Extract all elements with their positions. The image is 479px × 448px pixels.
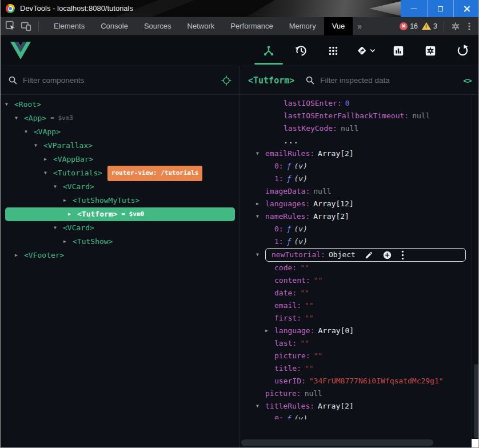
tree-caret-icon[interactable]: ▼ bbox=[34, 139, 43, 153]
tree-caret-icon[interactable]: ▶ bbox=[63, 194, 73, 207]
tree-row[interactable]: ▼ <VCard> bbox=[1, 221, 240, 235]
data-key: first bbox=[274, 312, 297, 325]
data-row[interactable]: code: "" bbox=[240, 262, 479, 274]
data-row[interactable]: 0: ƒ(v) bbox=[240, 413, 479, 419]
data-row[interactable]: userID: "34FrUM8777N6i0IWfqsatdMc29g1" bbox=[240, 375, 479, 387]
data-row[interactable]: lastIOSEnter: 0 bbox=[240, 97, 479, 110]
code-view-icon[interactable]: <> bbox=[463, 76, 472, 85]
edit-action[interactable] bbox=[365, 251, 373, 259]
data-row[interactable]: lastIOSEnterFallbackTimeout: null bbox=[240, 110, 479, 122]
data-row[interactable]: ▼ titleRules: Array[2] bbox=[240, 400, 479, 413]
more-tabs-icon[interactable]: » bbox=[353, 22, 366, 31]
data-row[interactable]: content: "" bbox=[240, 274, 479, 287]
tree-row[interactable]: ▼ <Root> bbox=[1, 98, 240, 111]
data-value: "" bbox=[314, 350, 323, 362]
tree-caret-icon[interactable]: ▼ bbox=[15, 111, 24, 125]
inspected-data-list: lastIOSEnter: 0 lastIOSEnterFallbackTime… bbox=[240, 95, 479, 419]
data-row[interactable]: ▼ emailRules: Array[2] bbox=[240, 147, 479, 160]
tab-memory[interactable]: Memory bbox=[281, 17, 324, 35]
tree-caret-icon[interactable]: ▼ bbox=[54, 180, 63, 194]
menu-action[interactable] bbox=[401, 250, 404, 260]
data-row[interactable]: ▶ language: Array[0] bbox=[240, 325, 479, 337]
component-tag: <VApp> bbox=[34, 125, 61, 139]
tree-row[interactable]: ▼ <VParallax> bbox=[1, 139, 240, 153]
tab-network[interactable]: Network bbox=[179, 17, 223, 35]
data-row[interactable]: 1: ƒ(v) bbox=[240, 173, 479, 185]
router-tab-button[interactable] bbox=[356, 35, 376, 66]
data-row[interactable]: title: "" bbox=[240, 362, 479, 375]
tree-caret-icon[interactable]: ▶ bbox=[63, 235, 73, 249]
tree-row[interactable]: ▶ <VFooter> bbox=[1, 249, 240, 262]
tree-row[interactable]: ▶ <TutShowMyTuts> bbox=[1, 194, 240, 207]
data-row[interactable]: last: "" bbox=[240, 337, 479, 350]
vertical-scrollbar-thumb[interactable] bbox=[474, 364, 479, 438]
data-key: imageData bbox=[265, 185, 305, 198]
tree-row[interactable]: ▼ <VApp> bbox=[1, 125, 240, 139]
data-row[interactable]: 1: ƒ(v) bbox=[240, 235, 479, 248]
tree-row[interactable]: ▼ <VCard> bbox=[1, 180, 240, 194]
tab-sources[interactable]: Sources bbox=[136, 17, 179, 35]
more-menu-icon[interactable] bbox=[465, 22, 474, 31]
performance-tab-button[interactable] bbox=[389, 35, 408, 66]
data-row[interactable]: email: "" bbox=[240, 299, 479, 312]
tab-vue[interactable]: Vue bbox=[324, 17, 353, 35]
data-row[interactable]: first: "" bbox=[240, 312, 479, 325]
tree-caret-icon[interactable]: ▶ bbox=[44, 153, 53, 166]
tree-caret-icon[interactable]: ▶ bbox=[15, 249, 24, 262]
data-row[interactable]: picture: "" bbox=[240, 350, 479, 362]
vuex-tab-button[interactable] bbox=[324, 35, 343, 66]
timeline-history-button[interactable] bbox=[292, 35, 311, 66]
data-caret-icon[interactable]: ▶ bbox=[265, 325, 274, 337]
filter-inspected-data-input[interactable] bbox=[320, 76, 457, 85]
tree-caret-icon[interactable]: ▼ bbox=[5, 98, 14, 111]
tab-elements[interactable]: Elements bbox=[46, 17, 93, 35]
data-value: null bbox=[305, 387, 322, 400]
settings-tab-button[interactable] bbox=[421, 35, 440, 66]
tree-caret-icon[interactable]: ▼ bbox=[25, 125, 34, 139]
warning-badge[interactable]: 3 bbox=[422, 22, 437, 30]
data-key: language bbox=[274, 325, 310, 337]
vertical-scrollbar bbox=[472, 95, 479, 439]
settings-gear-icon[interactable] bbox=[450, 21, 461, 31]
minimize-button[interactable] bbox=[401, 0, 427, 17]
data-value: ƒ(v) bbox=[287, 413, 308, 419]
data-row[interactable]: lastKeyCode: null bbox=[240, 122, 479, 135]
horizontal-scrollbar-thumb[interactable] bbox=[241, 439, 433, 446]
data-row[interactable]: 0: ƒ(v) bbox=[240, 223, 479, 235]
components-tab-button[interactable] bbox=[259, 35, 278, 66]
data-caret-icon[interactable]: ▼ bbox=[256, 210, 265, 223]
data-key: lastIOSEnterFallbackTimeout bbox=[284, 110, 404, 122]
data-row[interactable]: picture: null bbox=[240, 387, 479, 400]
close-button[interactable] bbox=[453, 0, 479, 17]
data-row[interactable]: ▼ newTutorial: Object bbox=[240, 247, 479, 262]
tree-caret-icon[interactable]: ▼ bbox=[54, 221, 63, 235]
refresh-button[interactable] bbox=[453, 35, 473, 66]
target-crosshair-icon[interactable] bbox=[221, 75, 231, 86]
data-caret-icon[interactable]: ▼ bbox=[256, 400, 265, 413]
data-row[interactable]: ... bbox=[240, 135, 479, 147]
data-caret-icon[interactable]: ▼ bbox=[256, 147, 265, 160]
data-caret-icon[interactable]: ▶ bbox=[256, 198, 265, 210]
tree-row[interactable]: ▼ <Tutorials> router-view: /tutorials bbox=[1, 166, 240, 180]
add-action[interactable] bbox=[382, 250, 392, 260]
tree-row[interactable]: ▶ <TutShow> bbox=[1, 235, 240, 249]
data-caret-icon[interactable]: ▼ bbox=[256, 249, 265, 261]
tree-row[interactable]: ▶ <Tutform> = $vm0 bbox=[5, 207, 235, 221]
data-row[interactable]: ▶ languages: Array[12] bbox=[240, 198, 479, 210]
filter-components-input[interactable] bbox=[23, 76, 215, 85]
data-row[interactable]: ▼ nameRules: Array[2] bbox=[240, 210, 479, 223]
tree-caret-icon[interactable]: ▼ bbox=[44, 166, 53, 180]
tree-row[interactable]: ▶ <VAppBar> bbox=[1, 153, 240, 166]
data-row[interactable]: 0: ƒ(v) bbox=[240, 160, 479, 173]
tree-row[interactable]: ▼ <App> = $vm3 bbox=[1, 111, 240, 125]
error-badge[interactable]: ✕ 16 bbox=[400, 22, 418, 30]
data-row[interactable]: date: "" bbox=[240, 287, 479, 299]
tab-console[interactable]: Console bbox=[93, 17, 136, 35]
kebab-menu-icon bbox=[401, 250, 404, 260]
tab-performance[interactable]: Performance bbox=[222, 17, 281, 35]
maximize-button[interactable] bbox=[427, 0, 453, 17]
data-row[interactable]: imageData: null bbox=[240, 185, 479, 198]
device-toolbar-icon[interactable] bbox=[21, 21, 31, 31]
tree-caret-icon[interactable]: ▶ bbox=[68, 207, 77, 221]
inspect-element-icon[interactable] bbox=[5, 21, 16, 31]
